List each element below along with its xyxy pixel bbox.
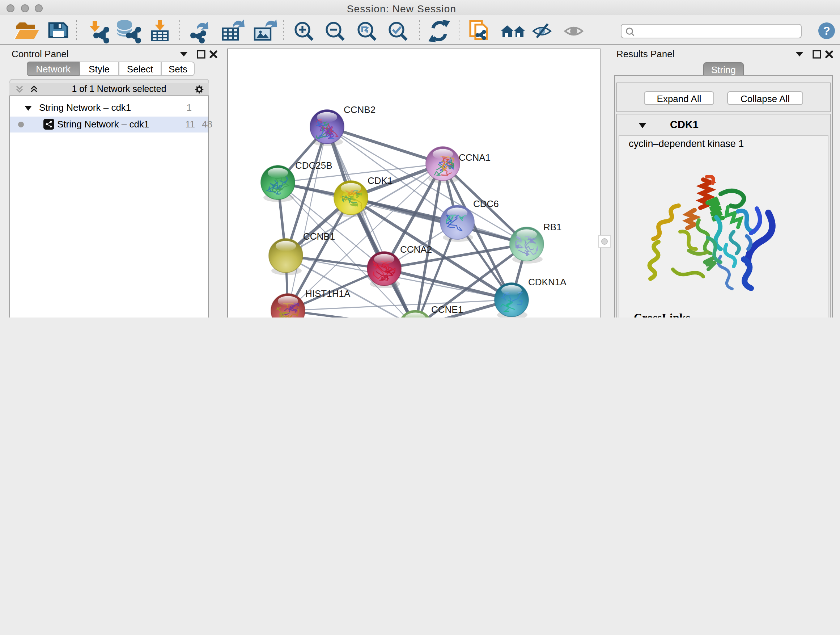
svg-text:CCNB2: CCNB2 [344,104,376,115]
svg-text:CDKN1A: CDKN1A [528,277,567,287]
svg-text:CDK1: CDK1 [368,175,393,186]
svg-text:CCNA1: CCNA1 [459,152,491,163]
svg-text:CDC25B: CDC25B [295,160,332,171]
svg-text:RB1: RB1 [543,222,562,233]
svg-text:HIST1H1A: HIST1H1A [305,288,351,299]
svg-text:CCNB1: CCNB1 [303,231,335,242]
svg-text:CCNE1: CCNE1 [431,304,463,315]
svg-text:CCNA2: CCNA2 [400,244,432,255]
svg-text:CDC6: CDC6 [473,198,499,209]
